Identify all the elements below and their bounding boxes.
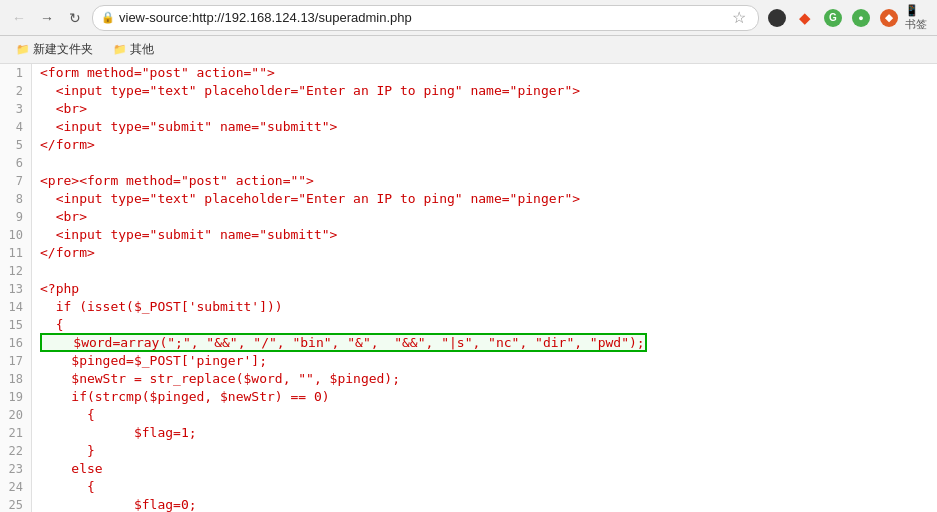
star-icon[interactable]: ☆ <box>728 6 750 29</box>
line-row: 13<?php <box>0 280 937 298</box>
line-row: 16 $word=array(";", "&&", "/", "bin", "&… <box>0 334 937 352</box>
line-content: <input type="submit" name="submitt"> <box>32 226 937 244</box>
line-number: 1 <box>0 64 32 82</box>
line-content: { <box>32 478 937 496</box>
line-row: 20 { <box>0 406 937 424</box>
line-row: 22 } <box>0 442 937 460</box>
line-row: 10 <input type="submit" name="submitt"> <box>0 226 937 244</box>
source-view[interactable]: 1<form method="post" action="">2 <input … <box>0 64 937 512</box>
line-content: <input type="submit" name="submitt"> <box>32 118 937 136</box>
line-row: 5</form> <box>0 136 937 154</box>
line-number: 6 <box>0 154 32 172</box>
line-row: 18 $newStr = str_replace($word, "", $pin… <box>0 370 937 388</box>
line-row: 1<form method="post" action=""> <box>0 64 937 82</box>
folder-icon-other: 📁 <box>113 43 127 56</box>
browser-frame: ← → ↻ 🔒 ☆ ◆ G ● ◆ 📱书签 <box>0 0 937 512</box>
line-content: <input type="text" placeholder="Enter an… <box>32 82 937 100</box>
refresh-button[interactable]: ↻ <box>64 7 86 29</box>
address-input[interactable] <box>119 10 724 25</box>
line-content: $flag=1; <box>32 424 937 442</box>
line-number: 10 <box>0 226 32 244</box>
line-number: 4 <box>0 118 32 136</box>
line-number: 24 <box>0 478 32 496</box>
line-row: 24 { <box>0 478 937 496</box>
line-row: 4 <input type="submit" name="submitt"> <box>0 118 937 136</box>
mobile-bookmarks-icon[interactable]: 📱书签 <box>905 6 929 30</box>
line-content: <br> <box>32 100 937 118</box>
line-number: 14 <box>0 298 32 316</box>
line-row: 2 <input type="text" placeholder="Enter … <box>0 82 937 100</box>
line-content: <input type="text" placeholder="Enter an… <box>32 190 937 208</box>
line-number: 19 <box>0 388 32 406</box>
bookmark-new-folder[interactable]: 📁 新建文件夹 <box>8 39 101 60</box>
address-bar-wrap: 🔒 ☆ <box>92 5 759 31</box>
line-content: $flag=0; <box>32 496 937 512</box>
line-number: 13 <box>0 280 32 298</box>
teal-icon[interactable]: G <box>821 6 845 30</box>
back-button[interactable]: ← <box>8 7 30 29</box>
line-row: 15 { <box>0 316 937 334</box>
folder-icon: 📁 <box>16 43 30 56</box>
line-row: 11</form> <box>0 244 937 262</box>
line-number: 2 <box>0 82 32 100</box>
line-row: 6 <box>0 154 937 172</box>
line-number: 3 <box>0 100 32 118</box>
line-row: 21 $flag=1; <box>0 424 937 442</box>
line-number: 12 <box>0 262 32 280</box>
line-number: 21 <box>0 424 32 442</box>
line-content: { <box>32 316 937 334</box>
green-circle-icon[interactable]: ● <box>849 6 873 30</box>
line-content: <pre><form method="post" action=""> <box>32 172 937 190</box>
line-content: } <box>32 442 937 460</box>
line-number: 20 <box>0 406 32 424</box>
line-row: 8 <input type="text" placeholder="Enter … <box>0 190 937 208</box>
line-number: 8 <box>0 190 32 208</box>
line-row: 3 <br> <box>0 100 937 118</box>
lock-icon: 🔒 <box>101 11 115 24</box>
bookmark-label: 新建文件夹 <box>33 41 93 58</box>
red-diamond-icon[interactable]: ◆ <box>793 6 817 30</box>
line-content: if (isset($_POST['submitt'])) <box>32 298 937 316</box>
line-row: 19 if(strcmp($pinged, $newStr) == 0) <box>0 388 937 406</box>
browser-topbar: ← → ↻ 🔒 ☆ ◆ G ● ◆ 📱书签 <box>0 0 937 36</box>
topbar-right: ◆ G ● ◆ 📱书签 <box>765 6 929 30</box>
forward-button[interactable]: → <box>36 7 58 29</box>
content-area: 1<form method="post" action="">2 <input … <box>0 64 937 512</box>
line-number: 23 <box>0 460 32 478</box>
bookmark-other-label: 其他 <box>130 41 154 58</box>
line-content: <?php <box>32 280 937 298</box>
line-number: 9 <box>0 208 32 226</box>
line-number: 22 <box>0 442 32 460</box>
line-number: 16 <box>0 334 32 352</box>
line-number: 25 <box>0 496 32 512</box>
line-content: $newStr = str_replace($word, "", $pinged… <box>32 370 937 388</box>
line-row: 23 else <box>0 460 937 478</box>
line-row: 25 $flag=0; <box>0 496 937 512</box>
line-row: 17 $pinged=$_POST['pinger']; <box>0 352 937 370</box>
line-content: <form method="post" action=""> <box>32 64 937 82</box>
line-content: else <box>32 460 937 478</box>
line-row: 9 <br> <box>0 208 937 226</box>
line-number: 17 <box>0 352 32 370</box>
bookmark-other[interactable]: 📁 其他 <box>105 39 162 60</box>
line-content: <br> <box>32 208 937 226</box>
line-row: 7<pre><form method="post" action=""> <box>0 172 937 190</box>
line-row: 14 if (isset($_POST['submitt'])) <box>0 298 937 316</box>
line-content: $pinged=$_POST['pinger']; <box>32 352 937 370</box>
line-content: </form> <box>32 136 937 154</box>
line-content: </form> <box>32 244 937 262</box>
line-content: if(strcmp($pinged, $newStr) == 0) <box>32 388 937 406</box>
line-content: { <box>32 406 937 424</box>
line-number: 15 <box>0 316 32 334</box>
line-number: 7 <box>0 172 32 190</box>
line-number: 11 <box>0 244 32 262</box>
bookmarks-bar: 📁 新建文件夹 📁 其他 <box>0 36 937 64</box>
line-content: $word=array(";", "&&", "/", "bin", "&", … <box>32 334 937 352</box>
firefox-icon[interactable]: ◆ <box>877 6 901 30</box>
line-number: 18 <box>0 370 32 388</box>
line-row: 12 <box>0 262 937 280</box>
dark-circle-icon[interactable] <box>765 6 789 30</box>
line-number: 5 <box>0 136 32 154</box>
